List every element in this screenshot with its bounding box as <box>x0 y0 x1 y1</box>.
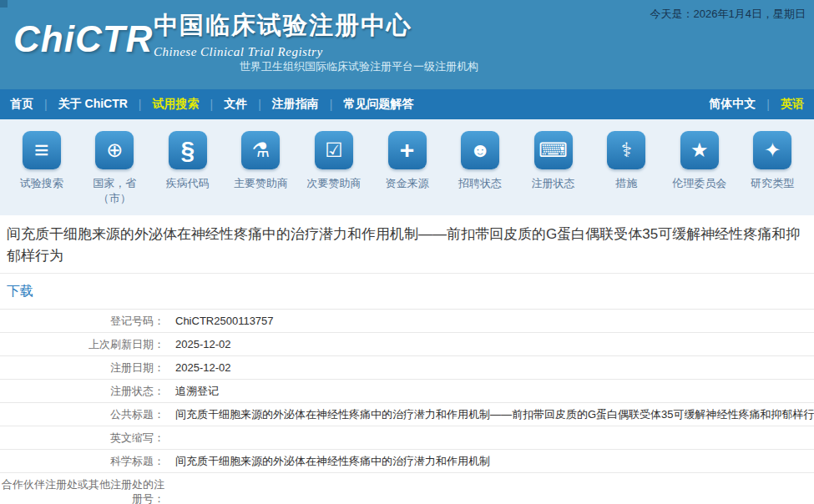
table-row-last-refreshed: 上次刷新日期： 2025-12-02 <box>0 333 814 356</box>
filter-label: 疾病代码 <box>166 176 210 191</box>
nav-separator <box>330 98 333 111</box>
filter-disease-code[interactable]: § 疾病代码 <box>151 131 225 215</box>
row-label: 英文缩写： <box>0 426 167 449</box>
filter-country-province[interactable]: ⊕ 国家，省 （市） <box>78 131 152 215</box>
table-row-registration-status: 注册状态： 追溯登记 <box>0 380 814 403</box>
row-label: 公共标题： <box>0 403 167 426</box>
filter-label: 伦理委员会 <box>672 176 726 191</box>
download-link[interactable]: 下载 <box>7 284 33 298</box>
flask-icon: ⚗ <box>241 131 280 169</box>
table-row-registration-date: 注册日期： 2025-12-02 <box>0 356 814 380</box>
filter-ethics-committee[interactable]: ★ 伦理委员会 <box>663 131 736 215</box>
site-brand: 中国临床试验注册中心 Chinese Clinical Trial Regist… <box>154 9 412 59</box>
doctor-icon: ⚕ <box>607 131 645 169</box>
row-value: 2025-12-02 <box>167 356 814 379</box>
filter-interventions[interactable]: ⚕ 措施 <box>589 131 663 215</box>
row-label: 注册状态： <box>0 380 167 402</box>
lang-english[interactable]: 英语 <box>781 97 804 112</box>
filter-registration-status[interactable]: ⌨ 注册状态 <box>517 131 590 215</box>
row-label: 合作伙伴注册处或其他注册处的注册号： <box>0 473 167 504</box>
filter-funding-source[interactable]: + 资金来源 <box>371 131 444 215</box>
row-value: ChiCTR2500113757 <box>167 310 814 332</box>
world-map-icon: ⊕ <box>95 131 134 169</box>
nav-separator <box>44 98 48 111</box>
row-label: 注册日期： <box>0 356 167 379</box>
first-aid-kit-icon: + <box>388 131 427 169</box>
filter-label: 国家，省 （市） <box>93 176 136 206</box>
row-value: 间充质干细胞来源的外泌体在神经性疼痛中的治疗潜力和作用机制 <box>167 450 814 472</box>
row-label: 登记号码： <box>0 310 167 332</box>
nav-item-documents[interactable]: 文件 <box>224 97 247 112</box>
filter-secondary-sponsor[interactable]: ☑ 次要赞助商 <box>297 131 371 215</box>
nav-item-registration-guide[interactable]: 注册指南 <box>272 97 319 112</box>
trial-title: 间充质干细胞来源的外泌体在神经性疼痛中的治疗潜力和作用机制——前扣带回皮质的G蛋… <box>0 215 814 274</box>
nav-item-trial-search[interactable]: 试用搜索 <box>153 97 200 112</box>
chictr-logo[interactable]: ChiCTR <box>13 18 153 60</box>
filter-label: 资金来源 <box>386 176 429 191</box>
corner-decoration <box>0 0 8 8</box>
main-nav: 首页 关于 ChiCTR 试用搜索 文件 注册指南 常见问题解答 简体中文 英语 <box>0 89 814 119</box>
row-value <box>167 473 814 504</box>
row-value: 间充质干细胞来源的外泌体在神经性疼痛中的治疗潜力和作用机制——前扣带回皮质的G蛋… <box>167 403 814 426</box>
row-value: 追溯登记 <box>167 380 814 402</box>
keyboard-mouse-icon: ⌨ <box>534 131 573 169</box>
table-row-registration-number: 登记号码： ChiCTR2500113757 <box>0 310 814 333</box>
current-date: 今天是：2026年1月4日，星期日 <box>650 7 806 22</box>
nav-separator <box>210 98 214 111</box>
table-row-scientific-title: 科学标题： 间充质干细胞来源的外泌体在神经性疼痛中的治疗潜力和作用机制 <box>0 450 814 473</box>
filter-label: 注册状态 <box>532 176 575 191</box>
search-filter-icon-strip: ≡ 试验搜索 ⊕ 国家，省 （市） § 疾病代码 ⚗ 主要赞助商 ☑ 次要赞助商… <box>0 119 814 215</box>
filter-recruiting-status[interactable]: ☻ 招聘状态 <box>443 131 517 215</box>
nav-item-home[interactable]: 首页 <box>10 97 33 112</box>
download-section: 下载 <box>0 274 814 309</box>
who-registry-line: 世界卫生组织国际临床试验注册平台一级注册机构 <box>240 59 478 74</box>
row-label: 科学标题： <box>0 450 167 472</box>
filter-primary-sponsor[interactable]: ⚗ 主要赞助商 <box>225 131 298 215</box>
filter-study-type[interactable]: ✦ 研究类型 <box>736 131 809 215</box>
people-icon: ☻ <box>461 131 499 169</box>
site-title-english: Chinese Clinical Trial Registry <box>154 45 412 59</box>
numbered-list-icon: ≡ <box>23 131 61 169</box>
filter-label: 招聘状态 <box>458 176 502 191</box>
row-value <box>167 426 814 449</box>
filter-label: 主要赞助商 <box>234 176 288 191</box>
nav-separator <box>139 98 142 111</box>
filter-label: 研究类型 <box>751 176 794 191</box>
row-label: 上次刷新日期： <box>0 333 167 355</box>
filter-trial-search[interactable]: ≡ 试验搜索 <box>5 131 78 215</box>
filter-label: 措施 <box>615 176 637 191</box>
site-title-chinese: 中国临床试验注册中心 <box>154 9 412 43</box>
site-header: ChiCTR 中国临床试验注册中心 Chinese Clinical Trial… <box>0 0 814 89</box>
sparkles-icon: ✦ <box>753 131 791 169</box>
star-icon: ★ <box>680 131 719 169</box>
nav-item-about[interactable]: 关于 ChiCTR <box>58 97 128 112</box>
checklist-clipboard-icon: ☑ <box>315 131 353 169</box>
trial-details-table: 登记号码： ChiCTR2500113757 上次刷新日期： 2025-12-0… <box>0 309 814 504</box>
row-value: 2025-12-02 <box>167 333 814 355</box>
table-row-english-acronym: 英文缩写： <box>0 426 814 450</box>
table-row-public-title: 公共标题： 间充质干细胞来源的外泌体在神经性疼痛中的治疗潜力和作用机制——前扣带… <box>0 403 814 426</box>
nav-separator <box>258 98 261 111</box>
filter-label: 试验搜索 <box>20 176 63 191</box>
filter-label: 次要赞助商 <box>306 176 361 191</box>
nav-separator <box>766 98 770 111</box>
nav-item-faq[interactable]: 常见问题解答 <box>343 97 413 112</box>
lang-simplified-chinese[interactable]: 简体中文 <box>709 97 756 112</box>
dna-icon: § <box>169 131 207 169</box>
table-row-partner-registry-number: 合作伙伴注册处或其他注册处的注册号： <box>0 473 814 504</box>
